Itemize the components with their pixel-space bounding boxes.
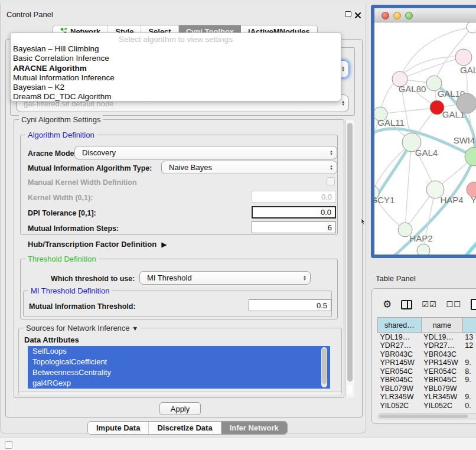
close-traffic-light[interactable] bbox=[382, 12, 389, 19]
which-threshold-value: MI Threshold bbox=[147, 273, 192, 282]
network-window-titlebar[interactable] bbox=[374, 8, 476, 22]
mouse-cursor bbox=[361, 217, 366, 227]
data-attributes-list: SelfLoops TopologicalCoefficient Between… bbox=[28, 346, 330, 389]
network-canvas[interactable]: GALGAL80GAL10GAL1GAL11SWI4GAL4GCY1HAP4YH… bbox=[374, 22, 476, 255]
settings-scrollbar-thumb[interactable] bbox=[347, 123, 353, 381]
network-edge[interactable] bbox=[456, 239, 476, 255]
collapse-arrow-icon[interactable]: ▼ bbox=[132, 325, 138, 332]
network-node-gray-node[interactable] bbox=[457, 93, 476, 113]
kernel-width-label: Kernel Width (0,1): bbox=[28, 194, 93, 202]
mi-type-combo[interactable]: Naive Bayes ▲▼ bbox=[161, 161, 337, 174]
select-all-checkboxes-icon[interactable]: ☑☑ bbox=[422, 300, 436, 309]
table-panel: ⚙ ☑☑ ☐☐ shared… name A YDL19…YDL19…13 YD… bbox=[371, 288, 476, 424]
table-row[interactable]: YLR345WYLR345W9. bbox=[378, 393, 476, 402]
list-scrollbar-thumb[interactable] bbox=[322, 348, 327, 384]
network-node-label: GCY1 bbox=[374, 195, 395, 205]
network-node-top-partial[interactable] bbox=[467, 22, 476, 33]
network-view-window[interactable]: GALGAL80GAL10GAL1GAL11SWI4GAL4GCY1HAP4YH… bbox=[371, 5, 476, 258]
menu-item[interactable]: Bayesian – K2 bbox=[11, 83, 341, 92]
manual-kernel-checkbox[interactable] bbox=[327, 177, 335, 185]
minimize-traffic-light[interactable] bbox=[393, 12, 401, 19]
list-item[interactable]: TopologicalCoefficient bbox=[28, 357, 330, 367]
list-item[interactable]: gal4RGexp bbox=[28, 378, 330, 389]
tab-label: Infer Network bbox=[230, 423, 279, 432]
list-scrollbar[interactable] bbox=[321, 347, 327, 387]
status-strip bbox=[0, 437, 476, 450]
table-row[interactable]: YPR145WYPR145W9. bbox=[378, 358, 476, 367]
column-view-icon[interactable] bbox=[401, 300, 412, 309]
dpi-tolerance-label: DPI Tolerance [0,1]: bbox=[28, 209, 96, 217]
network-node-gal-top[interactable] bbox=[455, 49, 472, 66]
table-panel-title: Table Panel bbox=[376, 274, 416, 283]
zoom-traffic-light[interactable] bbox=[405, 12, 413, 19]
aracne-mode-value: Discovery bbox=[82, 148, 116, 157]
hub-definition-label: Hub/Transcription Factor Definition bbox=[28, 240, 157, 249]
stepper-icon: ▲▼ bbox=[303, 275, 307, 281]
menu-item[interactable]: Dream8 DC_TDC Algorithm bbox=[11, 92, 341, 102]
gear-icon[interactable]: ⚙ bbox=[383, 298, 392, 311]
network-node-bottom-node[interactable] bbox=[417, 244, 430, 255]
manual-kernel-label: Manual Kernel Width Definition bbox=[28, 178, 137, 187]
tab-label: Discretize Data bbox=[157, 423, 212, 432]
kernel-width-value: 0.0 bbox=[321, 193, 332, 201]
tab-discretize-data[interactable]: Discretize Data bbox=[149, 422, 221, 434]
deselect-all-checkboxes-icon[interactable]: ☐☐ bbox=[446, 300, 461, 309]
mi-threshold-label: Mutual Information Threshold: bbox=[29, 302, 136, 311]
panel-corner-icon[interactable] bbox=[5, 441, 12, 449]
float-window-icon[interactable] bbox=[345, 11, 351, 17]
mi-type-label: Mutual Information Algorithm Type: bbox=[28, 164, 152, 172]
network-node-label: GAL bbox=[460, 65, 476, 75]
table-row[interactable]: YDL19…YDL19…13 bbox=[378, 333, 476, 342]
apply-button-label: Apply bbox=[171, 405, 190, 413]
mi-steps-field[interactable]: 6 bbox=[252, 221, 336, 233]
screen: Control Panel Network Style bbox=[0, 0, 476, 450]
stepper-icon: ▲▼ bbox=[330, 150, 333, 156]
popup-placeholder: Select algorithm to view settings bbox=[11, 34, 341, 44]
panel-title: Control Panel bbox=[6, 10, 53, 19]
dpi-tolerance-field[interactable]: 0.0 bbox=[252, 206, 336, 219]
list-item[interactable]: BetweennessCentrality bbox=[28, 367, 330, 378]
settings-vertical-scrollbar[interactable] bbox=[345, 120, 354, 397]
table-row[interactable]: YBL079WYBL079W bbox=[378, 384, 476, 393]
menu-item[interactable]: Bayesian – Hill Climbing bbox=[11, 44, 341, 54]
settings-horizontal-scrollbar[interactable] bbox=[18, 391, 342, 396]
network-node-label: HAP2 bbox=[409, 233, 432, 243]
column-header-shared-name[interactable]: shared… bbox=[378, 318, 422, 333]
column-header-name[interactable]: name bbox=[421, 318, 462, 333]
stepper-icon: ▲▼ bbox=[341, 100, 345, 106]
table-header-row: shared… name A bbox=[378, 318, 476, 333]
which-threshold-combo[interactable]: MI Threshold ▲▼ bbox=[139, 271, 311, 285]
table-row[interactable]: YBR043CYBR043C bbox=[378, 350, 476, 359]
table-horizontal-scrollbar[interactable] bbox=[377, 413, 476, 419]
aracne-mode-label: Aracne Mode: bbox=[28, 149, 77, 158]
network-edge[interactable] bbox=[380, 107, 437, 114]
network-edge[interactable] bbox=[405, 142, 412, 230]
column-header-partial[interactable]: A bbox=[462, 318, 476, 333]
menu-item-selected[interactable]: ARACNE Algorithm bbox=[11, 64, 341, 73]
mi-threshold-field[interactable]: 0.5 bbox=[249, 299, 331, 311]
which-threshold-label: Which threshold to use: bbox=[51, 275, 135, 283]
new-table-icon[interactable] bbox=[471, 299, 476, 310]
close-icon[interactable] bbox=[354, 11, 361, 18]
table-scrollbar-thumb[interactable] bbox=[379, 415, 468, 418]
aracne-mode-combo[interactable]: Discovery ▲▼ bbox=[74, 146, 337, 159]
table-toolbar: ⚙ ☑☑ ☐☐ bbox=[383, 298, 476, 311]
menu-item[interactable]: Basic Correlation Inference bbox=[11, 54, 341, 63]
kernel-width-field[interactable]: 0.0 bbox=[252, 191, 336, 203]
table-row[interactable]: YIL052CYIL052C0. bbox=[378, 402, 476, 410]
apply-button[interactable]: Apply bbox=[159, 402, 201, 415]
table-row[interactable]: YDR27…YDR27…12 bbox=[378, 341, 476, 350]
table-row[interactable]: YBR045CYBR045C9. bbox=[378, 376, 476, 384]
cyni-mode-tabs: Impute Data Discretize Data Infer Networ… bbox=[87, 421, 288, 435]
group-title: Sources for Network Inference ▼ bbox=[24, 324, 141, 332]
tab-impute-data[interactable]: Impute Data bbox=[88, 422, 149, 434]
network-node-label: GAL4 bbox=[415, 148, 438, 158]
list-item[interactable]: SelfLoops bbox=[28, 346, 330, 357]
table-row[interactable]: YER054CYER054C8. bbox=[378, 367, 476, 376]
tab-infer-network[interactable]: Infer Network bbox=[221, 422, 287, 434]
menu-item[interactable]: Mutual Information Inference bbox=[11, 73, 341, 83]
data-attributes-label: Data Attributes bbox=[24, 335, 79, 344]
network-node-label: HAP4 bbox=[440, 195, 463, 205]
hub-definition-expander[interactable]: Hub/Transcription Factor Definition ▶ bbox=[28, 240, 167, 249]
network-node-label: SWI4 bbox=[454, 135, 475, 145]
